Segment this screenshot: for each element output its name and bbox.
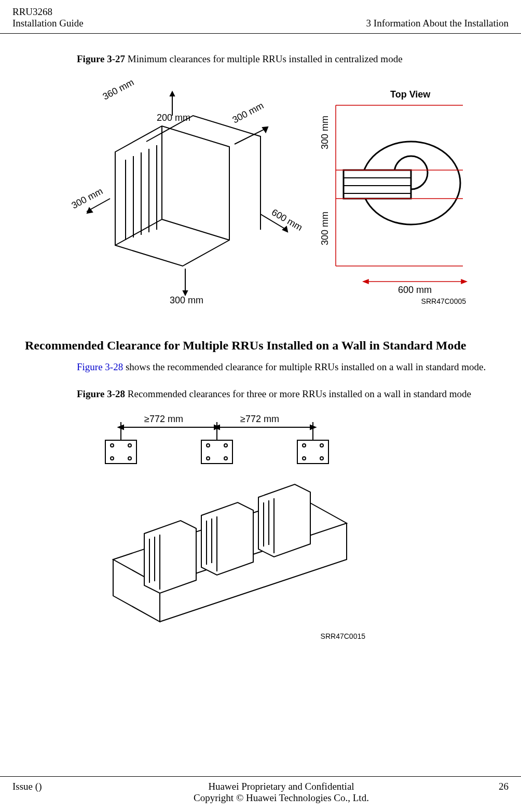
figure-28-image-id: SRR47C0015: [321, 632, 365, 640]
svg-point-34: [111, 457, 114, 460]
svg-point-40: [303, 444, 306, 447]
section-heading: Recommended Clearance for Multiple RRUs …: [25, 339, 496, 353]
svg-point-32: [111, 444, 114, 447]
section-body: Figure 3-28 shows the recommended cleara…: [77, 361, 488, 374]
dim-772-right: ≥772 mm: [240, 414, 279, 424]
footer-page-number: 26: [488, 781, 509, 792]
svg-point-41: [320, 444, 323, 447]
svg-point-39: [224, 457, 227, 460]
dim-300-bottom: 300 mm: [170, 295, 203, 305]
svg-marker-28: [461, 279, 467, 284]
dim-300-left: 300 mm: [70, 186, 104, 211]
doc-subtitle: Installation Guide: [12, 18, 84, 29]
tv-dim-300-lower: 300 mm: [320, 212, 330, 245]
svg-point-42: [303, 457, 306, 460]
svg-marker-27: [363, 279, 368, 284]
section-body-text: shows the recommended clearance for mult…: [123, 361, 486, 372]
figure-28-text: Recommended clearances for three or more…: [125, 388, 471, 399]
svg-rect-29: [105, 440, 136, 464]
svg-marker-12: [263, 127, 268, 132]
footer-copyright: Copyright © Huawei Technologies Co., Ltd…: [75, 792, 488, 804]
chapter-title: 3 Information About the Installation: [366, 18, 509, 29]
dim-300-upper-right: 300 mm: [230, 100, 265, 125]
tv-dim-600: 600 mm: [398, 285, 432, 295]
figure-28-link[interactable]: Figure 3-28: [77, 361, 123, 372]
svg-rect-31: [297, 440, 328, 464]
figure-27-text: Minimum clearances for multiple RRUs ins…: [125, 53, 403, 64]
svg-rect-17: [344, 170, 411, 199]
figure-28: ≥772 mm ≥772 mm: [77, 404, 367, 642]
dim-200: 200 mm: [157, 113, 190, 123]
svg-marker-8: [183, 291, 187, 295]
svg-point-38: [207, 457, 210, 460]
svg-point-36: [207, 444, 210, 447]
page-header: RRU3268 Installation Guide 3 Information…: [0, 0, 521, 34]
svg-rect-30: [201, 440, 232, 464]
svg-point-33: [128, 444, 131, 447]
tv-dim-300-upper: 300 mm: [320, 116, 330, 149]
figure-27-image-id: SRR47C0005: [421, 297, 466, 305]
footer-issue: Issue (): [12, 781, 75, 792]
svg-point-37: [224, 444, 227, 447]
figure-27: 360 mm 200 mm 300 mm 300 mm 600 mm 300 m…: [25, 69, 496, 307]
svg-marker-6: [170, 92, 174, 96]
figure-27-svg: 360 mm 200 mm 300 mm 300 mm 600 mm 300 m…: [53, 69, 468, 307]
doc-title: RRU3268: [12, 6, 84, 18]
svg-point-35: [128, 457, 131, 460]
top-view-label: Top View: [390, 89, 431, 100]
dim-772-left: ≥772 mm: [144, 414, 183, 424]
dim-360: 360 mm: [101, 77, 135, 102]
figure-28-label: Figure 3-28: [77, 388, 125, 399]
footer-proprietary: Huawei Proprietary and Confidential: [75, 781, 488, 792]
figure-27-caption: Figure 3-27 Minimum clearances for multi…: [77, 53, 509, 65]
figure-27-label: Figure 3-27: [77, 53, 125, 64]
svg-point-43: [320, 457, 323, 460]
figure-28-svg: ≥772 mm ≥772 mm: [77, 404, 367, 642]
page-footer: Issue () Huawei Proprietary and Confiden…: [0, 776, 521, 812]
figure-28-caption: Figure 3-28 Recommended clearances for t…: [77, 388, 509, 400]
